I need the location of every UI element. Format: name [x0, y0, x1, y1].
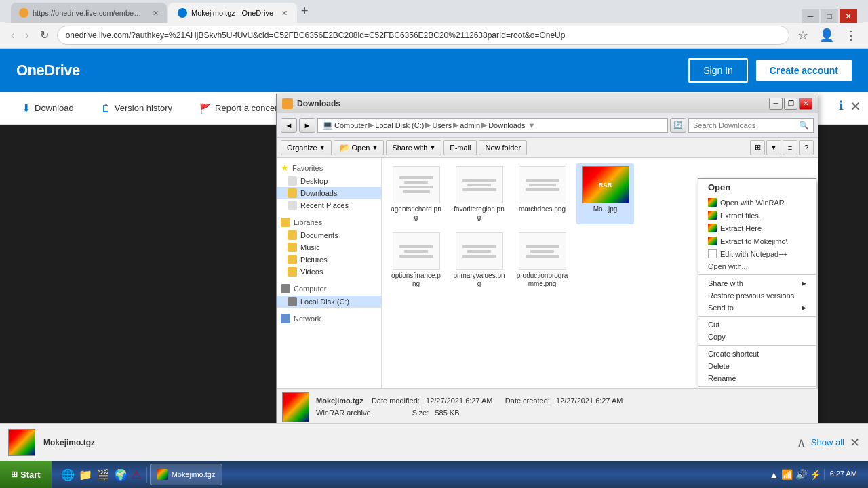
open-button[interactable]: 📂 Open ▼	[334, 140, 384, 155]
onedrive-header: OneDrive Sign In Create account	[0, 49, 868, 92]
report-concern-button[interactable]: 🚩 Report a concern	[194, 100, 288, 117]
browser-tab-1[interactable]: https://onedrive.live.com/embed?ci... ✕	[11, 3, 167, 23]
list-item[interactable]: RAR Mo...jpg	[576, 163, 634, 224]
download-icon: ⬇	[22, 102, 31, 115]
ctx-extract-files[interactable]: Extract files...	[698, 209, 816, 222]
sidebar-item-pictures[interactable]: Pictures	[277, 253, 381, 266]
header-actions: Sign In Create account	[688, 58, 852, 83]
list-item[interactable]: primaryvalues.png	[450, 230, 508, 291]
list-item[interactable]: productionprogramme.png	[513, 230, 571, 291]
email-button[interactable]: E-mail	[443, 140, 477, 155]
help-button[interactable]: ?	[799, 140, 814, 155]
winrar-icon-small	[708, 198, 717, 207]
media-quicklaunch-button[interactable]: 🎬	[95, 467, 111, 483]
forward-button[interactable]: ›	[22, 26, 31, 44]
ctx-cut[interactable]: Cut	[698, 319, 816, 331]
status-date-created-label: Date created:	[505, 396, 550, 405]
new-tab-button[interactable]: +	[301, 4, 309, 18]
browser-minimize-button[interactable]: ─	[802, 9, 819, 23]
ctx-delete[interactable]: Delete	[698, 360, 816, 372]
explorer-quicklaunch-button[interactable]: 📁	[77, 467, 94, 483]
alert-quicklaunch-button[interactable]: ⚠	[130, 467, 142, 483]
explorer-status-bar: Mokejimo.tgz Date modified: 12/27/2021 6…	[277, 388, 818, 425]
explorer-search-icon[interactable]: 🔍	[799, 121, 809, 130]
show-all-link[interactable]: Show all	[811, 437, 844, 447]
new-folder-button[interactable]: New folder	[479, 140, 527, 155]
sidebar-item-desktop[interactable]: Desktop	[277, 175, 381, 187]
file-name: agentsrichard.png	[390, 205, 442, 222]
explorer-folder-icon	[282, 98, 293, 109]
sign-in-button[interactable]: Sign In	[688, 58, 748, 83]
ctx-open-winrar[interactable]: Open with WinRAR	[698, 196, 816, 209]
explorer-nav: ◄ ► 💻 Computer ▶ Local Disk (C:) ▶ Users…	[277, 113, 818, 138]
sidebar-item-documents[interactable]: Documents	[277, 229, 381, 241]
recent-folder-icon	[288, 201, 297, 210]
organize-button[interactable]: Organize ▼	[281, 140, 332, 155]
settings-button[interactable]: ⋮	[842, 25, 860, 45]
sidebar-item-local-disk[interactable]: Local Disk (C:)	[277, 296, 381, 308]
view-details-button[interactable]: ≡	[783, 140, 797, 155]
bookmark-button[interactable]: ☆	[795, 25, 811, 45]
download-button[interactable]: ⬇ Download	[16, 99, 79, 117]
explorer-restore-button[interactable]: ❐	[784, 98, 797, 110]
download-expand-button[interactable]: ∧	[797, 435, 806, 450]
list-item[interactable]: favoriteregion.png	[450, 163, 508, 224]
list-item[interactable]: marchdoes.png	[513, 163, 571, 224]
documents-icon	[288, 230, 297, 240]
explorer-search-input[interactable]	[693, 121, 799, 129]
ctx-rename[interactable]: Rename	[698, 372, 816, 384]
view-list-button[interactable]: ▼	[766, 140, 781, 155]
browser-tab-2[interactable]: Mokejimo.tgz - OneDrive ✕	[168, 3, 297, 23]
refresh-button[interactable]: ↻	[37, 26, 52, 44]
browser-maximize-button[interactable]: □	[821, 9, 838, 23]
explorer-search-box[interactable]: 🔍	[688, 118, 814, 133]
nav-bar: ‹ › ↻ ☆ 👤 ⋮	[0, 22, 868, 49]
sidebar-item-videos[interactable]: Videos	[277, 266, 381, 278]
address-bar[interactable]	[57, 26, 789, 45]
ctx-open[interactable]: Open	[698, 179, 816, 196]
sidebar-item-downloads[interactable]: Downloads	[277, 187, 381, 199]
back-button[interactable]: ‹	[8, 26, 17, 44]
list-item[interactable]: agentsrichard.png	[387, 163, 445, 224]
list-item[interactable]: optionsfinance.png	[387, 230, 445, 291]
explorer-back-button[interactable]: ◄	[281, 118, 297, 133]
tab1-close[interactable]: ✕	[153, 9, 159, 18]
explorer-minimize-button[interactable]: ─	[769, 98, 783, 110]
ctx-extract-to[interactable]: Extract to Mokejimo\	[698, 235, 816, 247]
explorer-close-button[interactable]: ✕	[799, 98, 812, 110]
ctx-open-with[interactable]: Open with...	[698, 260, 816, 272]
address-path: 💻 Computer ▶ Local Disk (C:) ▶ Users ▶ a…	[317, 118, 668, 133]
ctx-share-with[interactable]: Share with ▶	[698, 277, 816, 289]
explorer-refresh-button[interactable]: 🔄	[670, 118, 686, 133]
ctx-extract-here[interactable]: Extract Here	[698, 222, 816, 235]
view-tiles-button[interactable]: ⊞	[750, 140, 765, 155]
desktop-folder-icon	[288, 176, 297, 186]
download-file-info: Mokejimo.tgz	[43, 438, 95, 447]
tab2-close[interactable]: ✕	[281, 9, 288, 18]
tray-expand-button[interactable]: ▲	[770, 470, 778, 480]
ctx-send-to[interactable]: Send to ▶	[698, 302, 816, 314]
browser-close-button[interactable]: ✕	[840, 9, 857, 23]
ctx-copy[interactable]: Copy	[698, 331, 816, 343]
download-close-button[interactable]: ✕	[850, 435, 860, 450]
ctx-create-shortcut[interactable]: Create shortcut	[698, 348, 816, 360]
winrar-icon-small	[708, 237, 717, 245]
explorer-forward-button[interactable]: ►	[299, 118, 315, 133]
file-name: Mo...jpg	[593, 205, 618, 214]
info-button[interactable]: ℹ	[839, 98, 844, 113]
ctx-edit-notepad[interactable]: Edit with Notepad++	[698, 247, 816, 260]
explorer-body: ★ Favorites Desktop Downloads Recent Pla…	[277, 158, 818, 388]
sidebar-item-recent[interactable]: Recent Places	[277, 199, 381, 211]
tray-network-icon: 📶	[781, 469, 793, 480]
tb-item-rar[interactable]: Mokejimo.tgz	[150, 464, 223, 485]
sidebar-item-music[interactable]: Music	[277, 241, 381, 253]
close-panel-button[interactable]: ✕	[850, 98, 861, 115]
ctx-restore-prev[interactable]: Restore previous versions	[698, 289, 816, 302]
user-button[interactable]: 👤	[816, 25, 837, 45]
share-with-button[interactable]: Share with ▼	[386, 140, 441, 155]
version-history-button[interactable]: 🗒 Version history	[96, 100, 178, 117]
start-button[interactable]: ⊞ Start	[0, 461, 52, 488]
create-account-button[interactable]: Create account	[756, 60, 852, 81]
ie-quicklaunch-button[interactable]: 🌐	[60, 467, 76, 483]
chrome-quicklaunch-button[interactable]: 🌍	[113, 467, 129, 483]
